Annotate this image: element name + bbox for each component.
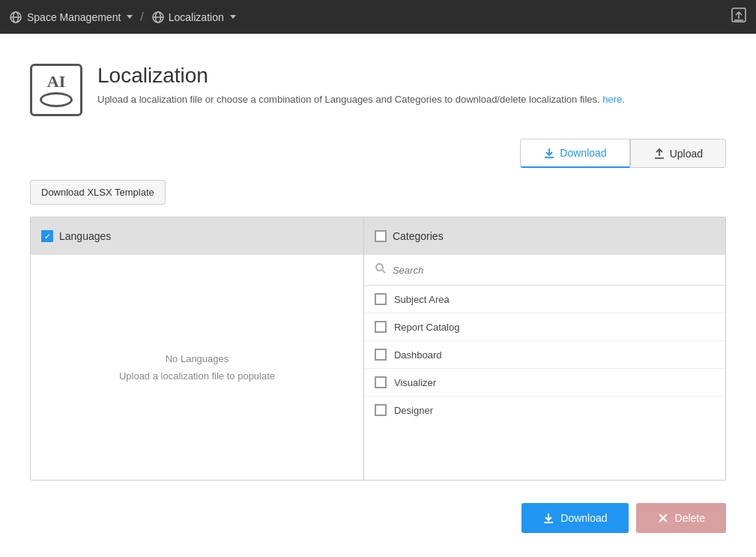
tab-upload[interactable]: Upload [630,139,726,168]
download-xlsx-button[interactable]: Download XLSX Template [30,180,166,205]
categories-panel: Categories Subject Area Report Ca [364,217,725,480]
no-languages-line2: Upload a localization file to populate [119,367,275,385]
tab-download[interactable]: Download [520,139,629,168]
list-item[interactable]: Visualizer [364,369,725,397]
visualizer-checkbox[interactable] [375,376,387,388]
bottom-actions: Download Delete [30,503,726,548]
delete-button[interactable]: Delete [636,503,726,533]
delete-button-label: Delete [675,512,705,524]
languages-categories-panel: Languages No Languages Upload a localiza… [30,217,726,481]
breadcrumb-separator: / [140,10,143,24]
section-nav[interactable]: Localization [151,10,236,24]
designer-checkbox[interactable] [375,404,387,416]
page-header: AI Localization Upload a localization fi… [30,64,726,116]
app-name[interactable]: Space Management [27,11,133,23]
categories-checkbox[interactable] [375,230,387,242]
languages-panel-body: No Languages Upload a localization file … [31,255,363,480]
list-item[interactable]: Dashboard [364,341,725,369]
categories-label: Categories [393,230,444,242]
languages-checkbox[interactable] [41,230,53,242]
search-input[interactable] [393,265,715,276]
subject-area-label: Subject Area [394,294,450,305]
subject-area-checkbox[interactable] [375,293,387,305]
search-icon [375,262,387,277]
section-dropdown-icon [230,15,236,19]
download-button-label: Download [560,512,607,524]
search-row [364,255,725,286]
visualizer-label: Visualizer [394,377,436,388]
dashboard-checkbox[interactable] [375,349,387,361]
tabs-row: Download Upload [30,139,726,168]
page-description: Upload a localization file or choose a c… [97,92,625,107]
breadcrumb: Space Management / Localization [9,10,236,24]
languages-panel: Languages No Languages Upload a localiza… [31,217,364,480]
list-item[interactable]: Designer [364,397,725,424]
dashboard-label: Dashboard [394,349,442,361]
app-dropdown-icon [127,15,133,19]
svg-point-15 [376,264,383,271]
page-header-text: Localization Upload a localization file … [97,64,625,107]
no-languages-line1: No Languages [166,350,229,367]
top-navigation: Space Management / Localization [0,0,756,34]
report-catalog-checkbox[interactable] [375,321,387,333]
languages-label: Languages [59,230,111,242]
globe-arc-icon [40,92,73,107]
categories-panel-header: Categories [364,217,725,255]
svg-line-16 [382,271,385,274]
languages-panel-header: Languages [31,217,363,255]
page-title: Localization [97,64,625,88]
nav-globe-icon[interactable] [9,10,22,24]
list-item[interactable]: Report Catalog [364,313,725,341]
report-catalog-label: Report Catalog [394,322,459,333]
download-button[interactable]: Download [521,503,628,533]
learn-more-link[interactable]: here [602,94,622,105]
topnav-right [731,7,747,27]
designer-label: Designer [394,405,433,416]
page-icon: AI [30,64,82,116]
list-item[interactable]: Subject Area [364,286,725,313]
main-content: AI Localization Upload a localization fi… [0,34,756,557]
upload-nav-icon[interactable] [731,7,747,27]
